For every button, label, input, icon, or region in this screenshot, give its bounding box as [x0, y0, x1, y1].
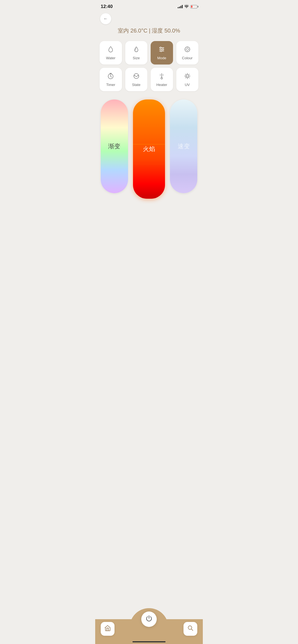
- back-button[interactable]: ←: [100, 13, 111, 24]
- heater-icon: [158, 72, 166, 81]
- timer-button[interactable]: Timer: [100, 68, 122, 91]
- mode-icon: [158, 45, 166, 54]
- svg-text:UV: UV: [186, 76, 188, 77]
- flame-mode-label: 火焰: [143, 145, 155, 153]
- fast-mode-label: 速变: [178, 142, 190, 150]
- status-time: 12:40: [101, 4, 113, 9]
- state-button[interactable]: State: [125, 68, 148, 91]
- svg-point-11: [161, 77, 163, 79]
- water-label: Water: [106, 56, 115, 60]
- water-button[interactable]: Water: [100, 41, 122, 64]
- uv-button[interactable]: UV UV: [176, 68, 199, 91]
- gradient-mode-label: 渐变: [108, 142, 120, 150]
- svg-point-9: [134, 74, 139, 79]
- colour-button[interactable]: Colour: [176, 41, 199, 64]
- colour-label: Colour: [182, 56, 193, 60]
- svg-point-4: [162, 49, 164, 50]
- size-label: Size: [133, 56, 140, 60]
- svg-point-5: [161, 50, 162, 52]
- control-grid: Water Size Mode: [95, 41, 203, 91]
- heater-button[interactable]: Heater: [151, 68, 173, 91]
- wifi-icon: [184, 4, 189, 9]
- svg-point-7: [186, 48, 188, 50]
- state-label: State: [132, 83, 140, 87]
- heater-label: Heater: [156, 83, 167, 87]
- timer-icon: [107, 72, 115, 81]
- mode-button[interactable]: Mode: [151, 41, 173, 64]
- timer-label: Timer: [106, 83, 115, 87]
- back-arrow-icon: ←: [103, 16, 108, 21]
- uv-label: UV: [185, 83, 190, 87]
- status-icons: [178, 4, 197, 9]
- mode-cards-section: 渐变 火焰 速变: [95, 91, 203, 207]
- size-icon: [132, 45, 140, 54]
- flame-mode-card[interactable]: 火焰: [133, 99, 165, 199]
- mode-label: Mode: [157, 56, 166, 60]
- colour-icon: [183, 45, 191, 54]
- battery-icon: [190, 5, 197, 9]
- indoor-info: 室内 26.0°C | 湿度 50.0%: [95, 27, 203, 34]
- status-bar: 12:40: [95, 0, 203, 11]
- svg-point-3: [160, 47, 161, 48]
- water-icon: [107, 45, 115, 54]
- state-icon: [132, 72, 140, 81]
- gradient-mode-card[interactable]: 渐变: [101, 99, 128, 193]
- signal-icon: [178, 5, 183, 8]
- fast-mode-card[interactable]: 速变: [170, 99, 197, 193]
- size-button[interactable]: Size: [125, 41, 148, 64]
- uv-icon: UV: [183, 72, 191, 81]
